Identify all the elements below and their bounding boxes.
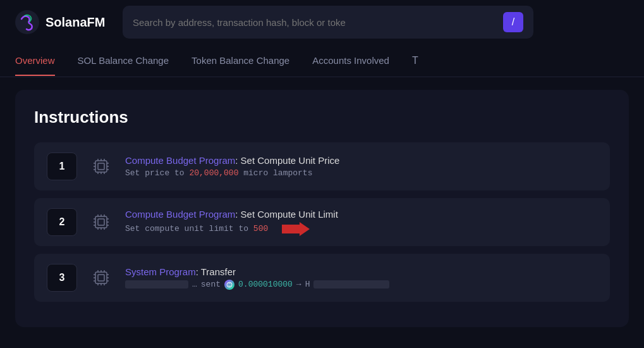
instruction-row-2: 2 (34, 198, 610, 246)
cpu-icon-1 (90, 155, 112, 178)
instructions-card: Instructions 1 (15, 90, 629, 327)
cpu-icon-3 (90, 266, 112, 289)
instruction-number-2: 2 (47, 208, 77, 236)
sender-address-blur (125, 280, 188, 289)
instruction-detail-3: … sent 0.000010000 → H (125, 280, 597, 290)
search-bar[interactable]: / (123, 6, 533, 39)
svg-rect-1 (95, 161, 107, 172)
tab-token-balance[interactable]: Token Balance Change (191, 46, 289, 76)
instruction-content-3: System Program: Transfer … sent 0.000010… (125, 266, 597, 290)
tab-overview[interactable]: Overview (15, 46, 55, 76)
svg-rect-2 (98, 163, 104, 170)
main-content: Instructions 1 (0, 77, 644, 340)
svg-rect-16 (98, 219, 104, 225)
instruction-number-1: 1 (47, 152, 77, 180)
instruction-detail-2: Set compute unit limit to 500 (125, 222, 597, 236)
instruction-title-2: Compute Budget Program: Set Compute Unit… (125, 209, 597, 220)
search-input[interactable] (133, 17, 497, 28)
search-button[interactable]: / (503, 12, 523, 32)
tab-accounts-involved[interactable]: Accounts Involved (312, 46, 389, 76)
instruction-title-3: System Program: Transfer (125, 266, 597, 277)
nav-tabs: Overview SOL Balance Change Token Balanc… (0, 44, 644, 77)
cpu-icon-2 (90, 211, 112, 233)
logo-area: SolanaFM (15, 10, 110, 34)
instructions-title: Instructions (34, 108, 610, 127)
logo-text: SolanaFM (46, 15, 105, 30)
instruction-content-1: Compute Budget Program: Set Compute Unit… (125, 155, 597, 178)
tab-more[interactable]: T (412, 46, 418, 75)
instruction-row-3: 3 (34, 254, 610, 302)
solanafm-logo-icon (15, 10, 39, 34)
svg-point-0 (15, 10, 39, 34)
instruction-content-2: Compute Budget Program: Set Compute Unit… (125, 209, 597, 236)
svg-rect-15 (95, 216, 107, 228)
svg-rect-30 (95, 272, 107, 283)
instruction-number-3: 3 (47, 264, 77, 292)
header: SolanaFM / (0, 0, 644, 44)
receiver-address-blur (313, 280, 389, 289)
arrow-indicator-icon (282, 222, 310, 236)
instruction-title-1: Compute Budget Program: Set Compute Unit… (125, 155, 597, 166)
svg-marker-29 (282, 222, 310, 236)
svg-rect-31 (98, 275, 104, 281)
sol-token-icon (224, 280, 234, 290)
instruction-row-1: 1 (34, 142, 610, 190)
instruction-detail-1: Set price to 20,000,000 micro lamports (125, 168, 597, 178)
tab-sol-balance[interactable]: SOL Balance Change (78, 46, 169, 76)
